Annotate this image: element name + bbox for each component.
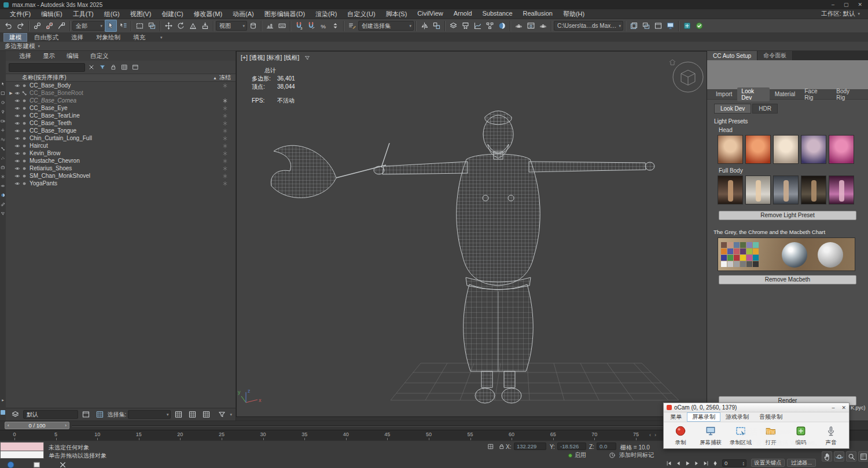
rectangular-selection-region-icon[interactable] — [134, 20, 146, 32]
align-icon[interactable] — [431, 20, 443, 32]
head-preset-thumbnail[interactable] — [829, 135, 854, 164]
menu-item[interactable]: 自定义(U) — [342, 10, 380, 19]
scene-object-row[interactable]: CC_Base_Body — [6, 82, 236, 89]
object-type-icon[interactable] — [21, 142, 28, 149]
frozen-icon[interactable] — [222, 127, 229, 134]
key-mode-icon[interactable] — [711, 459, 719, 467]
body-preset-thumbnail[interactable] — [829, 176, 854, 204]
snaps-toggle-icon[interactable]: 3 — [293, 20, 305, 32]
object-type-icon[interactable] — [21, 82, 28, 89]
current-frame-field[interactable]: 0 ▴▾ — [722, 459, 746, 467]
timeline-tick[interactable]: 0 — [8, 430, 21, 441]
menu-item[interactable]: 图形编辑器(D) — [259, 10, 310, 19]
head-preset-thumbnail[interactable] — [718, 135, 743, 164]
scene-object-row[interactable]: SM_Chan_MonkShovel — [6, 172, 236, 180]
frozen-icon[interactable] — [222, 142, 229, 149]
frozen-icon[interactable] — [222, 135, 229, 142]
body-preset-thumbnail[interactable] — [745, 176, 771, 204]
visibility-eye-icon[interactable] — [14, 165, 21, 172]
visibility-eye-icon[interactable] — [14, 97, 21, 104]
set-key-button[interactable]: 设置关键点 — [751, 459, 785, 467]
z-coordinate-field[interactable]: 0.0 — [597, 443, 616, 450]
ribbon-tab-填充[interactable]: 填充 — [127, 33, 151, 42]
object-type-icon[interactable] — [21, 165, 28, 172]
display-containers-icon[interactable] — [1, 164, 6, 170]
object-type-icon[interactable] — [21, 97, 28, 104]
adaptive-degradation-toggle[interactable]: 启用 — [568, 451, 586, 459]
copy-view-icon[interactable] — [640, 20, 652, 32]
bone-icon[interactable] — [21, 90, 28, 97]
display-shapes-icon[interactable] — [1, 100, 6, 105]
timeline-tick[interactable]: 55 — [464, 430, 477, 441]
menu-item[interactable]: 帮助(H) — [558, 10, 590, 19]
select-by-name-icon[interactable] — [117, 20, 129, 32]
explorer-filter-icon[interactable] — [216, 408, 228, 421]
frozen-icon[interactable] — [222, 112, 229, 119]
scene-script-icon[interactable] — [628, 20, 640, 32]
codec-button[interactable]: 编码 — [786, 423, 815, 448]
menu-item[interactable]: 工具(T) — [68, 10, 99, 19]
record-region-button[interactable]: 录制区域 — [726, 423, 755, 448]
select-and-move-icon[interactable] — [163, 20, 175, 32]
panel-tab-CC Auto Setup[interactable]: CC Auto Setup — [707, 51, 757, 60]
timeline-tick[interactable]: 15 — [133, 430, 145, 441]
select-and-link-icon[interactable] — [31, 20, 43, 32]
timeline-tick[interactable]: 45 — [381, 430, 393, 441]
perspective-viewport[interactable]: x y z [+] [透视] [标准] [线框] 总计 — [236, 51, 707, 417]
app-icon[interactable] — [5, 459, 17, 468]
scene-object-row[interactable]: CC_Base_Teeth — [6, 119, 236, 127]
menu-item[interactable]: 视图(V) — [125, 10, 157, 19]
head-preset-thumbnail[interactable] — [801, 135, 826, 164]
ocam-tab-屏幕录制[interactable]: 屏幕录制 — [687, 412, 720, 422]
scene-object-row[interactable]: Retiarius_Shoes — [6, 164, 236, 172]
visibility-eye-icon[interactable] — [14, 105, 21, 112]
edit-named-selection-sets-icon[interactable] — [346, 20, 358, 32]
lookdev-tab-Material[interactable]: Material — [771, 90, 800, 98]
scene-check-icon[interactable] — [693, 20, 705, 32]
timeline-tick[interactable]: 30 — [257, 430, 270, 441]
lookdev-tab-Look Dev[interactable]: Look Dev — [737, 87, 769, 101]
explorer-column-header[interactable]: 名称(按升序排序) ▲ 冻结 — [6, 74, 236, 82]
object-type-icon[interactable] — [21, 105, 28, 112]
scroll-right-icon[interactable]: › — [654, 432, 656, 438]
selection-lock-icon[interactable] — [497, 442, 506, 451]
lookdev-tab-Body Rig[interactable]: Body Rig — [832, 87, 863, 101]
object-type-icon[interactable] — [21, 180, 28, 187]
explorer-tab-编辑[interactable]: 编辑 — [61, 52, 84, 60]
y-coordinate-field[interactable]: -18.526 — [557, 443, 586, 450]
object-type-icon[interactable] — [21, 127, 28, 134]
window-layout-icon[interactable] — [652, 20, 664, 32]
explorer-tab-选择[interactable]: 选择 — [14, 52, 36, 60]
named-selection-sets-select[interactable]: 创建选择集▾ — [358, 21, 414, 31]
frame-spinner[interactable]: ▴▾ — [742, 461, 744, 466]
maxscript-mini-listener-white[interactable] — [0, 451, 44, 459]
select-and-rotate-icon[interactable] — [175, 20, 187, 32]
scroll-left-icon[interactable]: ‹ — [649, 432, 651, 438]
display-filter-icon[interactable] — [1, 211, 6, 216]
scene-object-row[interactable]: Mustache_Chevron — [6, 157, 236, 164]
frozen-icon[interactable] — [222, 105, 229, 112]
angle-snap-toggle-icon[interactable] — [305, 20, 317, 32]
add-time-tag[interactable]: 添加时间标记 — [608, 451, 654, 460]
frozen-icon[interactable] — [222, 97, 229, 104]
menu-item[interactable]: 脚本(S) — [381, 10, 413, 19]
keyboard-shortcut-override-icon[interactable] — [276, 20, 288, 32]
menu-item[interactable]: Arnold — [448, 10, 477, 19]
ribbon-tab-建模[interactable]: 建模 — [3, 33, 27, 42]
ribbon-panel-label[interactable]: 多边形建模 — [5, 42, 35, 50]
go-to-end-icon[interactable] — [701, 459, 710, 467]
grid-view-icon[interactable] — [172, 408, 185, 421]
ribbon-tab-自由形式[interactable]: 自由形式 — [28, 33, 64, 42]
orbit-view-icon[interactable] — [834, 451, 844, 462]
x-coordinate-field[interactable]: 132.229 — [514, 443, 546, 450]
display-links-icon[interactable] — [1, 202, 6, 207]
timeline-tick[interactable]: 35 — [298, 430, 311, 441]
display-bones-icon[interactable] — [1, 146, 6, 151]
menu-item[interactable]: 文件(F) — [5, 10, 36, 19]
sound-button[interactable]: 声音 — [816, 423, 845, 448]
maxscript-mini-listener-pink[interactable] — [0, 442, 44, 451]
spinner-snap-toggle-icon[interactable] — [329, 20, 341, 32]
open-folder-button[interactable]: 打开 — [756, 423, 785, 448]
reallusion-tool-icon[interactable] — [681, 20, 693, 32]
go-to-start-icon[interactable] — [664, 459, 673, 467]
